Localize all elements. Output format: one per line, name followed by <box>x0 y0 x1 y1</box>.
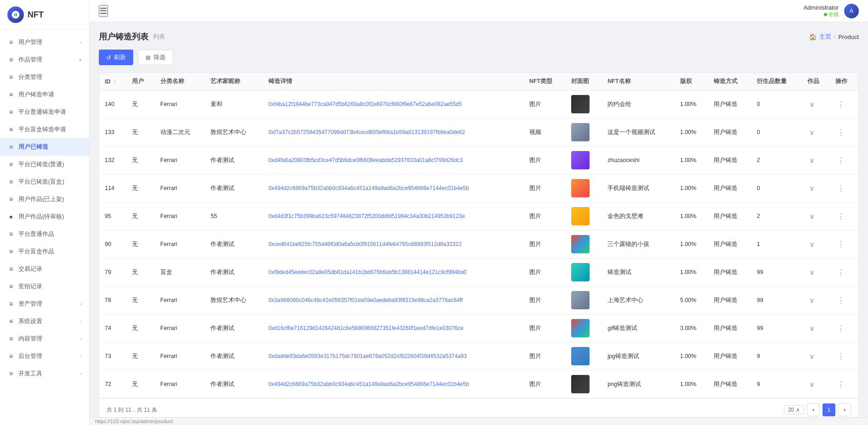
avatar[interactable]: A <box>844 4 859 18</box>
chevron-asset-mgmt: › <box>80 302 82 307</box>
cell-user-4: 无 <box>126 202 155 230</box>
works-expand-button-5[interactable]: ∨ <box>807 239 817 250</box>
cell-derivatives-0: 0 <box>751 90 802 118</box>
works-expand-button-7[interactable]: ∨ <box>807 295 817 306</box>
hash-link-4[interactable]: 0xd4d3f1c75b399ba623c597484623872f5200dd… <box>268 213 465 219</box>
action-menu-button-3[interactable]: ⋮ <box>835 183 846 194</box>
sidebar-item-category-mgmt[interactable]: ≡ 分类管理 <box>0 68 89 86</box>
breadcrumb-home-icon: 🏠 <box>809 34 817 40</box>
sidebar-label-platform-minted-blind: 平台已铸造(盲盒) <box>18 178 64 186</box>
hash-link-7[interactable]: 0x3a968060c046c46c42e056357f01da59e0aede… <box>268 297 463 303</box>
col-header-cover: 封面图 <box>566 73 602 90</box>
sidebar-item-backend-mgmt[interactable]: ≡ 后台管理 › <box>0 347 89 365</box>
cell-derivatives-1: 0 <box>751 118 802 146</box>
sidebar-item-platform-minted-normal[interactable]: ≡ 平台已铸造(普通) <box>0 156 89 173</box>
prev-page-button[interactable]: ‹ <box>807 403 820 416</box>
sidebar-item-user-minted[interactable]: ≡ 用户已铸造 <box>0 138 89 156</box>
cell-id-2: 132 <box>99 146 126 174</box>
action-menu-button-5[interactable]: ⋮ <box>835 239 846 250</box>
cell-nft-name-6: 铸造测试 <box>602 258 675 286</box>
table-row: 140 无 Ferrari 童和 0xf4ba12f1944be773ca947… <box>99 90 858 118</box>
sidebar-item-user-mgmt[interactable]: ≡ 用户管理 › <box>0 34 89 51</box>
menu-icon-user-mint-apply: ≡ <box>7 91 15 98</box>
works-expand-button-6[interactable]: ∨ <box>807 267 817 278</box>
next-page-button[interactable]: › <box>838 403 851 416</box>
cell-artist-8: 作者测试 <box>205 314 263 342</box>
cell-actions-8: ⋮ <box>830 314 858 342</box>
cell-nft-type-1: 视频 <box>524 118 566 146</box>
cell-works-4: ∨ <box>802 202 830 230</box>
hash-link-10[interactable]: 0x494d2c6669a75b32abb0c934a6c451a149a9ad… <box>268 381 469 387</box>
sidebar-item-asset-mgmt[interactable]: ≡ 资产管理 › <box>0 295 89 313</box>
action-menu-button-1[interactable]: ⋮ <box>835 127 846 138</box>
hash-link-3[interactable]: 0x494d2c6669a75b32abb0c934a6c451a149a9ad… <box>268 185 469 191</box>
works-expand-button-4[interactable]: ∨ <box>807 211 817 222</box>
menu-icon-asset-mgmt: ≡ <box>7 300 15 308</box>
sidebar-label-system-settings: 系统设置 <box>18 317 42 325</box>
action-menu-button-0[interactable]: ⋮ <box>835 99 846 110</box>
refresh-button[interactable]: ↺ 刷新 <box>99 50 133 65</box>
hash-link-2[interactable]: 0xd4fa6a20603fb5cd3ce47d5b6dce0fb608eeab… <box>268 157 463 163</box>
action-menu-button-4[interactable]: ⋮ <box>835 211 846 222</box>
action-menu-button-8[interactable]: ⋮ <box>835 323 846 334</box>
cell-royalty-10: 1.00% <box>675 370 708 398</box>
menu-icon-platform-minted-normal: ≡ <box>7 161 15 168</box>
cover-thumbnail-3 <box>571 179 590 197</box>
sidebar-item-platform-normal-works[interactable]: ≡ 平台普通作品 <box>0 225 89 243</box>
sidebar-item-platform-blind-apply[interactable]: ≡ 平台盲盒铸造申请 <box>0 121 89 138</box>
action-menu-button-10[interactable]: ⋮ <box>835 379 846 390</box>
works-expand-button-8[interactable]: ∨ <box>807 323 817 334</box>
sidebar-item-user-mint-apply[interactable]: ≡ 用户铸造申请 <box>0 86 89 103</box>
works-expand-button-1[interactable]: ∨ <box>807 127 817 138</box>
action-menu-button-9[interactable]: ⋮ <box>835 351 846 362</box>
cell-artist-4: 55 <box>205 202 263 230</box>
hash-link-6[interactable]: 0xf9ded45eedec02a8e05db81da141b1bd676b9a… <box>268 269 466 275</box>
sidebar-item-platform-minted-blind[interactable]: ≡ 平台已铸造(盲盒) <box>0 173 89 190</box>
sidebar-item-content-mgmt[interactable]: ≡ 内容管理 › <box>0 330 89 347</box>
cell-artist-9: 作者测试 <box>205 342 263 370</box>
cell-nft-type-0: 图片 <box>524 90 566 118</box>
sidebar-item-dev-tools[interactable]: ≡ 开发工具 › <box>0 365 89 382</box>
sidebar-item-trade-records[interactable]: ≡ 交易记录 <box>0 260 89 278</box>
works-expand-button-9[interactable]: ∨ <box>807 351 817 362</box>
works-expand-button-2[interactable]: ∨ <box>807 155 817 166</box>
sidebar-item-works-mgmt[interactable]: ≡ 作品管理 ∨ <box>0 51 89 68</box>
chevron-dev-tools: › <box>80 371 82 376</box>
data-table: ID ↑ 用户 分类名称 艺术家昵称 铸造详情 NFT类型 封面图 NFT名称 … <box>99 73 859 417</box>
sidebar-item-auction-records[interactable]: ≡ 竞拍记录 <box>0 278 89 295</box>
cell-royalty-0: 1.00% <box>675 90 708 118</box>
cell-hash-2: 0xd4fa6a20603fb5cd3ce47d5b6dce0fb608eeab… <box>263 146 524 174</box>
works-expand-button-3[interactable]: ∨ <box>807 183 817 194</box>
works-expand-button-0[interactable]: ∨ <box>807 99 817 110</box>
sidebar-label-platform-normal-works: 平台普通作品 <box>18 230 54 238</box>
sidebar-item-system-settings[interactable]: ≡ 系统设置 › <box>0 313 89 330</box>
action-menu-button-6[interactable]: ⋮ <box>835 267 846 278</box>
sidebar-item-user-works-review[interactable]: ● 用户作品(待审核) <box>0 208 89 225</box>
sidebar-item-platform-normal-apply[interactable]: ≡ 平台普通铸造申请 <box>0 103 89 121</box>
sidebar-item-user-works-listed[interactable]: ≡ 用户作品(已上架) <box>0 190 89 208</box>
cell-nft-name-9: jpg铸造测试 <box>602 342 675 370</box>
breadcrumb-home-link[interactable]: 主页 <box>819 33 831 41</box>
cell-nft-name-0: 的约会给 <box>602 90 675 118</box>
cell-hash-1: 0xf7a37c2b57258435477096dd73b4cecd655ef6… <box>263 118 524 146</box>
sidebar-label-user-minted: 用户已铸造 <box>18 143 48 151</box>
hash-link-0[interactable]: 0xf4ba12f1944be773ca947d5b6269a8c0f2e697… <box>268 101 462 107</box>
hash-link-8[interactable]: 0xd16cf6e716129d142842481c6e568696682735… <box>268 325 463 331</box>
sidebar-item-platform-blind-works[interactable]: ≡ 平台盲盒作品 <box>0 243 89 260</box>
action-menu-button-2[interactable]: ⋮ <box>835 155 846 166</box>
page-1-button[interactable]: 1 <box>823 403 835 416</box>
cell-mint-type-0: 用户铸造 <box>708 90 751 118</box>
hash-link-5[interactable]: 0xced641be925fc755d48f0d0a6a5cb0f915611d… <box>268 241 461 247</box>
col-header-id[interactable]: ID ↑ <box>99 73 126 90</box>
action-menu-button-7[interactable]: ⋮ <box>835 295 846 306</box>
sidebar-label-asset-mgmt: 资产管理 <box>18 300 42 308</box>
filter-button[interactable]: ⊞ 筛选 <box>138 50 173 65</box>
sidebar-label-category-mgmt: 分类管理 <box>18 73 42 81</box>
breadcrumb: 🏠 主页 / Product <box>809 33 859 41</box>
hash-link-1[interactable]: 0xf7a37c2b57258435477096dd73b4cecd655ef6… <box>268 129 465 135</box>
hash-link-9[interactable]: 0xdadde93da6e0593e317b175dc7801ae678a052… <box>268 353 467 359</box>
page-size-select[interactable]: 20 ∧ <box>784 405 804 414</box>
cover-thumbnail-2 <box>571 151 590 169</box>
works-expand-button-10[interactable]: ∨ <box>807 379 817 390</box>
hamburger-button[interactable]: ☰ <box>99 5 108 17</box>
